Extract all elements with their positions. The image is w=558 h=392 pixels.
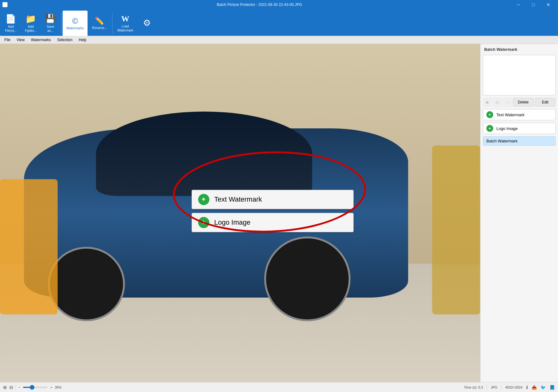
watermarks-icon: ©	[72, 17, 78, 25]
panel-circle-btn-1[interactable]: ◉	[483, 98, 492, 107]
info-icon[interactable]: ℹ	[526, 385, 528, 390]
share-icon[interactable]: 📤	[532, 385, 537, 390]
load-watermark-icon: W	[121, 15, 129, 23]
watermarks-label: Watermarks	[66, 26, 84, 30]
menu-file[interactable]: File	[1, 37, 13, 43]
save-as-icon: 💾	[45, 15, 56, 23]
logo-image-overlay-label: Logo Image	[214, 218, 250, 227]
panel-preview	[483, 55, 556, 95]
minimize-button[interactable]: ─	[511, 0, 526, 9]
text-watermark-overlay-button[interactable]: + Text Watermark	[192, 190, 354, 209]
logo-image-plus-icon: +	[198, 217, 209, 228]
car-wheel-front	[264, 237, 351, 321]
status-separator-3	[501, 385, 502, 390]
panel-title: Batch Watermark	[483, 46, 556, 52]
save-as-button[interactable]: 💾 Save as...	[41, 11, 60, 36]
text-watermark-panel-plus-icon: +	[486, 111, 493, 118]
load-watermark-label: Load Watermark	[117, 24, 133, 32]
logo-image-overlay-button[interactable]: + Logo Image	[192, 213, 354, 232]
text-watermark-overlay-label: Text Watermark	[214, 195, 262, 203]
window-title: Batch Picture Protector - 2021-06-30 22-…	[7, 2, 511, 7]
edit-button[interactable]: Edit	[535, 98, 556, 107]
zoom-in-icon[interactable]: +	[50, 385, 52, 389]
add-files-button[interactable]: 📄 Add File(s)...	[1, 11, 21, 36]
panel-toolbar: ◉ ◎ ◌ Delete Edit	[483, 98, 556, 107]
panel-circle-btn-3[interactable]: ◌	[503, 98, 512, 107]
save-as-label: Save as...	[47, 25, 54, 32]
zoom-out-icon[interactable]: −	[18, 385, 20, 389]
add-folder-label: Add Fglder...	[25, 25, 37, 32]
menu-selection[interactable]: Selection	[54, 37, 75, 43]
twitter-icon[interactable]: 🐦	[541, 385, 546, 390]
status-separator-2	[487, 385, 487, 390]
logo-image-panel-plus-icon: +	[486, 125, 493, 132]
car-wheel-rear	[48, 247, 125, 321]
panel-circle-btn-2[interactable]: ◎	[493, 98, 502, 107]
logo-image-panel-label: Logo Image	[496, 126, 518, 131]
menu-watermarks[interactable]: Watermarks	[28, 37, 54, 43]
rename-button[interactable]: ✏️ Rename...	[88, 11, 111, 36]
car-top	[96, 112, 312, 196]
window-controls: ─ □ ✕	[511, 0, 556, 9]
toolbar-separator-1	[61, 13, 61, 33]
car-right-bg	[432, 146, 480, 315]
car-left-bg	[0, 179, 58, 314]
menu-view[interactable]: View	[13, 37, 28, 43]
delete-button[interactable]: Delete	[513, 98, 534, 107]
image-area: + Text Watermark + Logo Image	[0, 44, 480, 382]
title-bar: 🖼 Batch Picture Protector - 2021-06-30 2…	[0, 0, 558, 9]
dimensions-label: 4032×3024	[505, 385, 522, 389]
add-folder-button[interactable]: 📁 Add Fglder...	[21, 11, 41, 36]
rename-icon: ✏️	[95, 17, 104, 25]
status-icon-actual[interactable]: ⊟	[9, 385, 13, 390]
menu-bar: File View Watermarks Selection Help	[0, 36, 558, 44]
zoom-percent: 35%	[55, 385, 62, 389]
rename-label: Rename...	[92, 26, 107, 30]
add-files-icon: 📄	[5, 15, 16, 23]
app-icon: 🖼	[2, 2, 7, 7]
settings-button[interactable]: ⚙	[137, 11, 156, 36]
logo-image-panel-button[interactable]: + Logo Image	[483, 123, 556, 134]
format-label: JPG	[491, 385, 497, 389]
main-content: + Text Watermark + Logo Image Batch Wate…	[0, 44, 558, 382]
settings-icon: ⚙	[143, 19, 151, 27]
menu-help[interactable]: Help	[76, 37, 90, 43]
text-watermark-panel-label: Text Watermark	[496, 112, 525, 117]
toolbar-separator-2	[112, 13, 112, 33]
right-panel: Batch Watermark ◉ ◎ ◌ Delete Edit + Text…	[480, 44, 558, 382]
load-watermark-button[interactable]: W Load Watermark	[114, 11, 137, 36]
watermark-overlay: + Text Watermark + Logo Image	[192, 190, 354, 232]
time-label: Time (s): 0.3	[464, 385, 483, 389]
maximize-button[interactable]: □	[526, 0, 541, 9]
status-separator-1	[16, 385, 16, 390]
status-icon-fit[interactable]: ⊞	[3, 385, 7, 390]
text-watermark-plus-icon: +	[198, 194, 209, 205]
add-folder-icon: 📁	[25, 15, 36, 23]
status-bar-right: Time (s): 0.3 JPG 4032×3024 ℹ 📤 🐦 📘	[464, 385, 555, 390]
watermarks-button[interactable]: © Watermarks	[63, 11, 88, 36]
batch-watermark-selected-item[interactable]: Batch Watermark	[483, 136, 556, 146]
title-bar-left: 🖼	[2, 2, 7, 7]
add-files-label: Add File(s)...	[5, 25, 17, 32]
zoom-slider[interactable]	[23, 387, 48, 388]
toolbar: 📄 Add File(s)... 📁 Add Fglder... 💾 Save …	[0, 9, 558, 36]
status-bar: ⊞ ⊟ − + 35% Time (s): 0.3 JPG 4032×3024 …	[0, 382, 558, 392]
facebook-icon[interactable]: 📘	[550, 385, 555, 390]
text-watermark-panel-button[interactable]: + Text Watermark	[483, 109, 556, 120]
close-button[interactable]: ✕	[541, 0, 556, 9]
status-bar-left: ⊞ ⊟ − + 35%	[3, 385, 461, 390]
